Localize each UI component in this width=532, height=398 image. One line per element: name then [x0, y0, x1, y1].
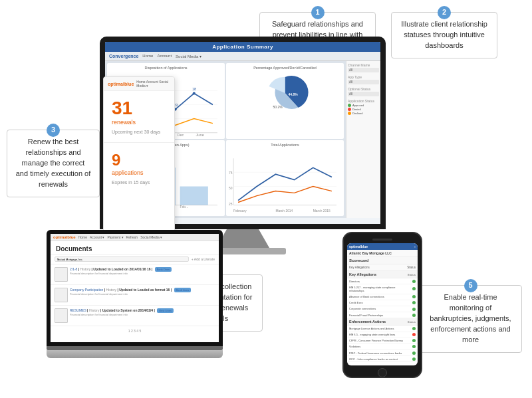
doc-info-2: Company Participation | History | Update…: [70, 288, 215, 296]
status-dot-12: [412, 357, 416, 361]
applications-label: applications: [112, 169, 166, 176]
panel-percentage: Percentage Approved/Den'd/Cancelled 44.8…: [226, 63, 344, 139]
doc-desc-2: Financial description for financial depa…: [70, 292, 215, 296]
svg-text:March 2014: March 2014: [275, 209, 293, 213]
svg-rect-23: [180, 187, 208, 205]
line-chart-2: 25 50 75 February March 2014 March 2015: [229, 149, 341, 216]
status-dot-3: [412, 295, 416, 298]
doc-title-3: RESUMES | History | Updated to System on…: [70, 308, 215, 312]
screen-nav: Convergence Home Account Social Media ▾: [105, 52, 380, 61]
phone-row-5: Corporate connections: [347, 306, 418, 312]
phone-nav: optimalblue ≡: [347, 243, 418, 250]
applications-sublabel: Expires in 15 days: [112, 180, 166, 185]
doc-info-1: 2/1-8 | History | Updated to Loaded on 2…: [70, 267, 215, 275]
phone-row-3: Absence of Bank connections: [347, 294, 418, 300]
doc-title-2: Company Participation | History | Update…: [70, 288, 215, 292]
status-dot-8: [412, 333, 416, 336]
renewals-count: 31: [112, 98, 166, 119]
renewals-label: renewals: [112, 119, 166, 126]
doc-icon-1: [55, 267, 68, 282]
phone-logo: optimalblue: [349, 245, 368, 249]
sidebar-channel-name: Channel Name All: [348, 63, 379, 72]
laptop-screen-area: optimalblue Home Account ▾ Payment ▾ Ref…: [47, 230, 223, 346]
svg-text:March 2015: March 2015: [313, 209, 331, 213]
doc-desc-3: Financial description for financial depa…: [70, 313, 215, 316]
callout-number-1: 1: [311, 6, 325, 19]
laptop-search-row: Mutual Mortgage, Inc. + Add a Literate: [51, 254, 219, 264]
screen-sidebar: Channel Name All App Type All Optional S…: [346, 61, 380, 218]
phone-row-8: HM 6.5 - engaging state oversight lines: [347, 332, 418, 338]
phone-sub-bar: Key Allegations Status: [347, 264, 418, 271]
monitor-stand: [216, 229, 269, 248]
phone-company: Atlantic Bay Mortgage LLC: [347, 250, 418, 257]
phone-row-7: Mortgage License Actions and Actions: [347, 326, 418, 332]
svg-text:50: 50: [229, 187, 233, 190]
phone-row-2: HM 5.217 - managing state compliance rel…: [347, 284, 418, 294]
renewals-section: 31 renewals Upcoming next 30 days: [104, 91, 174, 137]
laptop-search-box[interactable]: Mutual Mortgage, Inc.: [55, 256, 189, 262]
panel-title-2: Percentage Approved/Den'd/Cancelled: [229, 66, 341, 70]
phone-row-1: Directors: [347, 278, 418, 284]
svg-text:February: February: [233, 209, 247, 213]
laptop-nav: optimalblue Home Account ▾ Payment ▾ Ref…: [51, 234, 219, 241]
laptop-nav-items: Home Account ▾ Payment ▾ Refresh Social …: [78, 235, 162, 239]
laptop-base: [47, 350, 223, 358]
pie-chart: 44.8% 50.2%: [229, 72, 341, 115]
doc-title-1: 2/1-8 | History | Updated to Loaded on 2…: [70, 267, 215, 271]
status-dot-11: [412, 351, 416, 355]
renewals-sublabel: Upcoming next 30 days: [112, 130, 166, 134]
doc-info-3: RESUMES | History | Updated to System on…: [70, 308, 215, 316]
status-dot-9: [412, 339, 416, 342]
monitor-nav: Home Account Social Media ▾: [142, 54, 201, 58]
svg-text:18: 18: [192, 87, 196, 91]
callout-3: 3 Renew the best relationships and manag…: [7, 130, 100, 197]
callout-number-2: 2: [438, 6, 451, 19]
sidebar-app-type: App Type All: [348, 75, 379, 84]
doc-icon-3: [55, 308, 68, 323]
status-dot-10: [412, 345, 416, 348]
phone-row-12: OCC - Infra compliance banks as context: [347, 356, 418, 362]
applications-count: 9: [112, 151, 166, 169]
callout-5: 5 Enable real-time monitoring of bankrup…: [419, 285, 522, 353]
phone-row-9: CFPB - Consumer Finance Protection Burea…: [347, 338, 418, 344]
tablet-nav: optimalblue Home Account Social Media ▾: [104, 77, 174, 91]
phone-scorecard-title: Scorecard: [347, 257, 418, 264]
callout-number-5: 5: [464, 279, 477, 292]
svg-text:44.8%: 44.8%: [289, 92, 299, 96]
svg-text:Dec: Dec: [177, 133, 184, 137]
phone-section-1-title: Key Allegations Status: [347, 271, 418, 278]
phone-row-4: Credit Exec: [347, 300, 418, 306]
tablet-panel: optimalblue Home Account Social Media ▾ …: [103, 76, 175, 246]
doc-row-2: Company Participation | History | Update…: [51, 285, 219, 306]
status-dot-5: [412, 308, 416, 311]
phone-nav-right: ≡: [414, 245, 416, 249]
status-dot-6: [412, 314, 416, 317]
phone-home-button[interactable]: [378, 368, 387, 377]
doc-row-1: 2/1-8 | History | Updated to Loaded on 2…: [51, 264, 219, 285]
phone-speaker: [372, 239, 392, 241]
laptop-screen-inner: optimalblue Home Account ▾ Payment ▾ Ref…: [51, 234, 219, 342]
status-dot-1: [412, 280, 416, 283]
sidebar-legend: Application Status Approved Denied Decli…: [348, 99, 379, 115]
laptop-docs-header: Documents: [51, 241, 219, 254]
panel-title-1: Disposition of Applications: [110, 66, 222, 70]
phone-row-11: FDIC - Federal Insurance connections ban…: [347, 350, 418, 356]
status-dot-2: [412, 287, 416, 290]
tablet-logo: optimalblue: [108, 82, 134, 86]
phone-body: optimalblue ≡ Atlantic Bay Mortgage LLC …: [342, 232, 422, 378]
laptop-logo: optimalblue: [53, 235, 76, 239]
monitor-logo: Convergence: [109, 54, 138, 58]
callout-2-text: Illustrate client relationship statuses …: [400, 19, 489, 51]
svg-text:25: 25: [229, 203, 233, 206]
svg-point-17: [193, 92, 196, 94]
callout-2: 2 Illustrate client relationship statuse…: [391, 12, 497, 58]
phone-row-6: Financial Fraud Partnerships: [347, 312, 418, 318]
phone-row-10: Violations: [347, 344, 418, 350]
doc-row-3: RESUMES | History | Updated to System on…: [51, 306, 219, 326]
panel-total: Total Applications 25 50: [226, 140, 344, 216]
phone-section-2-title: Enforcement Actions Status: [347, 318, 418, 326]
laptop: optimalblue Home Account ▾ Payment ▾ Ref…: [47, 230, 223, 358]
svg-text:50.2%: 50.2%: [273, 105, 283, 109]
svg-text:June: June: [196, 133, 204, 137]
callout-number-3: 3: [47, 124, 60, 137]
